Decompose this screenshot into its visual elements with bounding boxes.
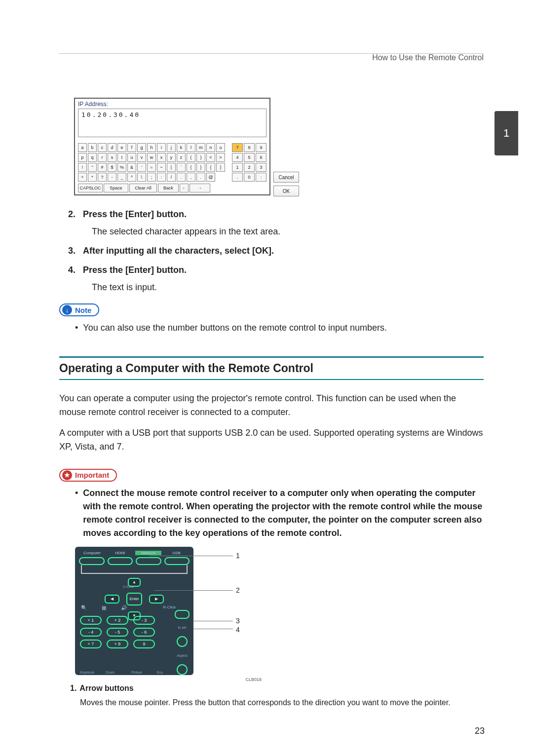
key: n (206, 143, 215, 152)
arrow-up-button: ▲ (128, 578, 141, 587)
key: z (177, 153, 186, 162)
page-number: 23 (475, 726, 485, 736)
key: ; (147, 173, 156, 182)
remote-num-button: + 7 (80, 640, 102, 648)
key: & (127, 163, 136, 172)
round-button (177, 636, 188, 647)
chapter-tab: 1 (495, 111, 518, 155)
key: s (108, 153, 116, 162)
key: y (167, 153, 176, 162)
key: a (78, 143, 87, 152)
key: b (88, 143, 97, 152)
important-icon: ★ (62, 470, 72, 480)
onscreen-keyboard: abcdefghijklmno pqrstuvwxyz()<> !"#$%&'=… (78, 142, 225, 192)
remote-label: Zoom (106, 671, 131, 674)
remote-num-button: + 2 (107, 616, 128, 625)
key: . (196, 173, 205, 182)
key: ( (187, 153, 195, 162)
key: * (88, 173, 97, 182)
paragraph: A computer with a USB port that supports… (59, 426, 484, 454)
remote-tab: Network (135, 551, 161, 555)
key: } (216, 163, 225, 172)
remote-tab: USB (163, 551, 190, 555)
key: | (167, 163, 176, 172)
bullet-dot: • (75, 487, 78, 540)
page-icon: ▦ (102, 605, 106, 610)
key: ) (196, 153, 205, 162)
note-icon: ↓ (62, 305, 72, 315)
step-body: The text is input. (92, 282, 484, 293)
figure-code: CLB018 (245, 677, 262, 682)
key: } (196, 163, 205, 172)
note-callout: ↓ Note (59, 303, 99, 316)
key: { (187, 163, 195, 172)
key: ' (137, 163, 146, 172)
important-bullet-text: Connect the mouse remote control receive… (83, 487, 484, 540)
key: ^ (127, 173, 136, 182)
page-header-title: How to Use the Remote Control (372, 53, 484, 62)
def-body: Moves the mouse pointer. Press the butto… (80, 697, 484, 709)
remote-num-button: - 3 (133, 616, 155, 625)
important-label: Important (75, 471, 109, 479)
note-label: Note (75, 306, 91, 314)
key: k (177, 143, 186, 152)
key: - (108, 173, 116, 182)
key: t (117, 153, 126, 162)
section-title: Operating a Computer with the Remote Con… (59, 358, 484, 379)
key: j (167, 143, 176, 152)
key: { (206, 163, 215, 172)
sound-icon: 🔊 (121, 605, 127, 610)
key: o (216, 143, 225, 152)
key: " (88, 163, 97, 172)
key: v (137, 153, 146, 162)
key: \ (137, 173, 146, 182)
key: m (196, 143, 205, 152)
r-click-label: R-Click (163, 605, 176, 609)
step-heading: Press the [Enter] button. (83, 265, 187, 275)
key: ~ (157, 163, 166, 172)
key: c (98, 143, 107, 152)
key: + (78, 173, 87, 182)
key: ! (78, 163, 87, 172)
ip-text-field: 10.20.30.40 (78, 109, 266, 137)
key-left: ← (180, 184, 189, 192)
remote-tab: Computer (79, 551, 105, 555)
remote-control-figure: Computer HDMI Network USB L-Click ▲ ▼ ◀ … (75, 547, 253, 675)
key: l (187, 143, 195, 152)
numkey: : (256, 173, 266, 182)
key-capslock: CAPSLOC (78, 184, 103, 192)
numkey: 8 (244, 143, 255, 152)
key-clear-all: Clear All (129, 184, 157, 192)
ip-window-title: IP Address: (78, 101, 266, 108)
numkey: 3 (256, 163, 266, 172)
remote-num-button: + 8 (107, 640, 128, 648)
aspect-label: Aspect (177, 654, 188, 657)
toset-label: to set (177, 626, 188, 629)
remote-num-button: - 5 (107, 628, 128, 637)
step-number: 3. (68, 246, 83, 256)
key: , (187, 173, 195, 182)
key: q (88, 153, 97, 162)
remote-num-button: + 1 (80, 616, 102, 625)
key-right: → (190, 184, 210, 192)
callout-number: 3 (236, 617, 240, 625)
key: w (147, 153, 156, 162)
ok-button: OK (273, 186, 299, 196)
numkey: 2 (244, 163, 255, 172)
key: > (216, 153, 225, 162)
numkey: 0 (244, 173, 255, 182)
key: _ (117, 173, 126, 182)
callout-number: 2 (236, 586, 240, 594)
key: / (167, 173, 176, 182)
remote-label: Keystone (80, 671, 106, 674)
key: = (147, 163, 156, 172)
callout-number: 4 (236, 626, 240, 634)
enter-button: Enter (126, 593, 142, 605)
numkey: 7 (232, 143, 243, 152)
r-click-button (175, 610, 190, 619)
arrow-left-button: ◀ (105, 595, 119, 604)
remote-num-button: - 6 (133, 628, 155, 637)
step-body: The selected character appears in the te… (92, 227, 484, 237)
step-number: 2. (68, 209, 83, 220)
key-space: Space (104, 184, 128, 192)
